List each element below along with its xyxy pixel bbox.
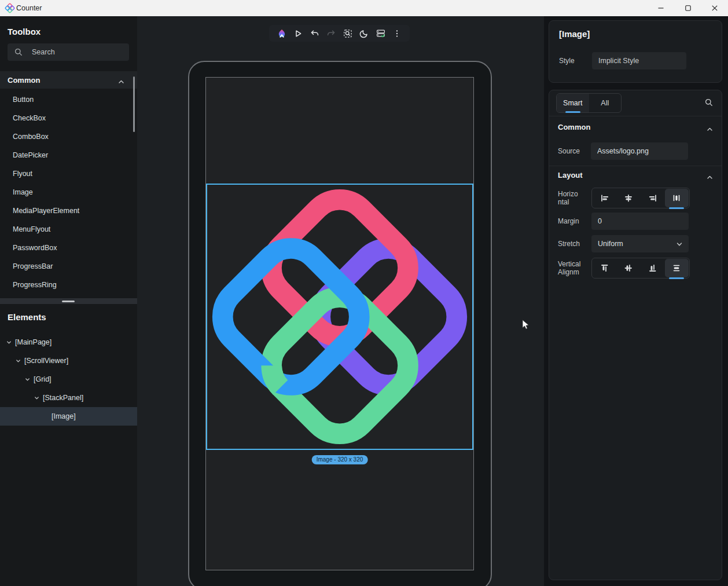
align-right-button[interactable]	[641, 189, 665, 207]
tree-item-stackpanel[interactable]: [StackPanel]	[0, 389, 137, 407]
close-button[interactable]	[701, 0, 728, 16]
align-stretch-icon	[672, 193, 681, 203]
selection-size-badge: Image - 320 x 320	[312, 455, 368, 464]
valign-stretch-icon	[672, 263, 681, 273]
zoom-selection-icon[interactable]	[343, 28, 353, 39]
hot-design-flame-icon[interactable]	[277, 28, 287, 39]
toolbox-item-passwordbox[interactable]: PasswordBox	[0, 239, 137, 257]
redo-icon[interactable]	[326, 28, 336, 39]
toolbox-search-input[interactable]	[8, 43, 129, 61]
toolbox-item-progressbar[interactable]: ProgressBar	[0, 257, 137, 276]
properties-panel: [Image] Style Smart All	[544, 16, 728, 586]
undo-icon[interactable]	[310, 28, 320, 39]
toolbox-item-list: Button CheckBox ComboBox DatePicker Flyo…	[0, 90, 137, 294]
style-input[interactable]	[592, 52, 686, 69]
valign-bottom-icon	[648, 263, 657, 273]
align-center-button[interactable]	[617, 189, 641, 207]
chevron-up-icon[interactable]	[707, 173, 713, 183]
dark-mode-moon-icon[interactable]	[359, 28, 369, 39]
minimize-button[interactable]	[648, 0, 674, 16]
splitter-handle-icon	[62, 301, 75, 302]
elements-panel: Elements [MainPage] [ScrollViewer] [Grid…	[0, 304, 137, 586]
maximize-button[interactable]	[675, 0, 701, 16]
active-tab-indicator	[565, 111, 580, 113]
stretch-label: Stretch	[558, 240, 580, 248]
app-body: Toolbox Common Button CheckBox ComboBox …	[0, 16, 728, 586]
valign-center-icon	[624, 263, 633, 273]
toolbox-item-button[interactable]: Button	[0, 90, 137, 109]
chevron-up-icon	[118, 77, 124, 87]
chevron-down-icon[interactable]	[34, 395, 41, 401]
toolbox-item-flyout[interactable]: Flyout	[0, 164, 137, 183]
horizontal-alignment-group	[591, 188, 690, 208]
changes-checklist-icon[interactable]	[376, 28, 386, 39]
elements-tree: [MainPage] [ScrollViewer] [Grid] [StackP…	[0, 333, 137, 426]
toolbox-item-datepicker[interactable]: DatePicker	[0, 146, 137, 164]
properties-card: Smart All Common Source	[549, 90, 722, 580]
properties-tabs: Smart All	[556, 93, 622, 113]
tree-item-image-selected[interactable]: [Image]	[0, 407, 137, 426]
vertical-label-line1: Vertical	[558, 260, 580, 268]
close-icon	[711, 5, 718, 12]
selected-indicator	[669, 207, 684, 209]
tree-item-mainpage[interactable]: [MainPage]	[0, 333, 137, 351]
chevron-down-icon	[676, 241, 683, 250]
play-icon[interactable]	[293, 28, 303, 39]
selected-element-title: [Image]	[559, 29, 590, 39]
toolbox-item-progressring[interactable]: ProgressRing	[0, 276, 137, 294]
tree-item-scrollviewer[interactable]: [ScrollViewer]	[0, 351, 137, 370]
valign-stretch-button[interactable]	[665, 259, 689, 277]
toolbox-item-menuflyout[interactable]: MenuFlyout	[0, 220, 137, 239]
toolbox-item-combobox[interactable]: ComboBox	[0, 127, 137, 146]
tab-all[interactable]: All	[589, 94, 622, 112]
section-label: Common	[8, 76, 40, 85]
horizontal-label-line1: Horizo	[558, 190, 578, 198]
source-input[interactable]	[591, 142, 688, 160]
style-label: Style	[559, 57, 575, 65]
design-canvas[interactable]: Image - 320 x 320	[137, 16, 544, 586]
logo-image	[207, 185, 472, 449]
align-left-button[interactable]	[593, 189, 617, 207]
toolbox-item-mediaplayerelement[interactable]: MediaPlayerElement	[0, 202, 137, 220]
horizontal-label-line2: ntal	[558, 198, 569, 206]
margin-input[interactable]	[591, 213, 689, 230]
vertical-label-line2: Alignm	[558, 268, 579, 276]
app-logo-icon	[5, 3, 15, 16]
toolbox-section-common[interactable]: Common	[0, 71, 137, 89]
divider	[549, 166, 722, 166]
valign-top-icon	[600, 263, 609, 273]
toolbox-scrollbar[interactable]	[133, 76, 135, 132]
chevron-down-icon[interactable]	[24, 376, 31, 383]
valign-top-button[interactable]	[593, 259, 617, 277]
common-section-header[interactable]: Common	[558, 123, 590, 131]
align-right-icon	[648, 193, 657, 203]
properties-search-icon[interactable]	[704, 98, 714, 109]
source-label: Source	[558, 147, 580, 155]
title-bar: Counter	[0, 0, 728, 16]
tab-smart[interactable]: Smart	[557, 94, 589, 112]
selected-image-element[interactable]	[206, 184, 473, 450]
mouse-cursor	[522, 320, 532, 332]
toolbox-item-image[interactable]: Image	[0, 183, 137, 202]
chevron-up-icon[interactable]	[707, 124, 713, 135]
margin-label: Margin	[558, 217, 579, 225]
chevron-down-icon[interactable]	[15, 358, 22, 364]
toolbox-item-checkbox[interactable]: CheckBox	[0, 109, 137, 127]
align-left-icon	[600, 193, 609, 203]
valign-center-button[interactable]	[617, 259, 641, 277]
layout-section-header[interactable]: Layout	[558, 171, 583, 180]
chevron-down-icon[interactable]	[6, 339, 13, 346]
panel-splitter[interactable]	[0, 298, 137, 304]
selected-indicator	[669, 277, 684, 279]
left-panel: Toolbox Common Button CheckBox ComboBox …	[0, 16, 137, 586]
stretch-select[interactable]: Uniform	[591, 235, 689, 252]
align-stretch-button[interactable]	[665, 189, 689, 207]
vertical-alignment-group	[591, 258, 690, 279]
minimize-icon	[657, 5, 664, 12]
more-options-icon[interactable]	[392, 28, 402, 39]
selected-element-card: [Image] Style	[549, 20, 722, 83]
valign-bottom-button[interactable]	[641, 259, 665, 277]
maximize-icon	[685, 5, 692, 12]
window-title: Counter	[16, 4, 42, 12]
tree-item-grid[interactable]: [Grid]	[0, 370, 137, 389]
